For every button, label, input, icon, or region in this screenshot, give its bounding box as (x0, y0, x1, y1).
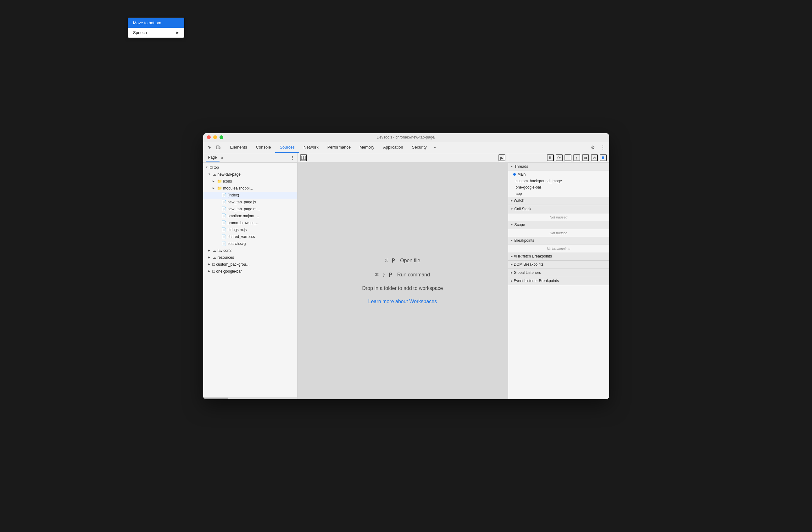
custom-bg-thread[interactable]: custom_background_image (508, 178, 609, 184)
tree-item-new-tab-js[interactable]: 📄 new_tab_page.js… (203, 199, 297, 206)
run-command-label: Run command (397, 272, 430, 278)
svg-rect-1 (219, 147, 220, 149)
watch-section: ▶ Watch (508, 197, 609, 205)
tree-item-index[interactable]: 📄 (index) (203, 192, 297, 199)
call-stack-status: Not paused (508, 213, 609, 221)
tree-item-resources[interactable]: ▶ ☁ resources (203, 254, 297, 261)
tree-item-modules[interactable]: ▶ 📁 modules/shoppi… (203, 185, 297, 192)
close-button[interactable] (207, 135, 211, 139)
watch-section-header[interactable]: ▶ Watch (508, 197, 609, 205)
app-thread[interactable]: app (508, 191, 609, 197)
page-tab[interactable]: Page (206, 154, 219, 162)
tree-arrow: ▶ (213, 187, 216, 190)
threads-section-header[interactable]: ▼ Threads (508, 163, 609, 171)
event-title: Event Listener Breakpoints (514, 279, 559, 283)
tree-item-new-tab-page[interactable]: ▼ ☁ new-tab-page (203, 171, 297, 178)
cursor-icon-button[interactable] (206, 143, 213, 151)
tree-item-promo[interactable]: 📄 promo_browser_… (203, 220, 297, 226)
play-button[interactable]: ▶ (498, 154, 505, 161)
file-tree: ▼ □ top ▼ ☁ new-tab-page ▶ 📁 icons (203, 163, 297, 397)
panel-dots-button[interactable]: ⋮ (290, 155, 295, 160)
tree-item-new-tab-m[interactable]: 📄 new_tab_page.m… (203, 206, 297, 212)
step-button[interactable]: ⇉ (582, 154, 589, 161)
tree-item-strings[interactable]: 📄 strings.m.js (203, 226, 297, 233)
tab-application[interactable]: Application (379, 142, 408, 153)
step-over-button[interactable]: ⟳ (556, 154, 563, 161)
tree-label: search.svg (228, 241, 246, 246)
event-section-header[interactable]: ▶ Event Listener Breakpoints (508, 277, 609, 285)
tab-network[interactable]: Network (299, 142, 323, 153)
global-arrow: ▶ (511, 271, 512, 274)
device-toolbar-button[interactable] (215, 143, 222, 151)
tree-arrow: ▶ (213, 180, 216, 183)
scope-section-header[interactable]: ▼ Scope (508, 221, 609, 229)
devtools-container: Elements Console Sources Network Perform… (203, 142, 609, 399)
call-stack-section-header[interactable]: ▼ Call Stack (508, 205, 609, 213)
cloud-icon: ☁ (213, 248, 216, 253)
xhr-section-header[interactable]: ▶ XHR/fetch Breakpoints (508, 252, 609, 261)
svg-rect-2 (301, 156, 303, 159)
dom-title: DOM Breakpoints (514, 262, 544, 267)
horizontal-scrollbar[interactable] (203, 397, 297, 399)
tree-item-top[interactable]: ▼ □ top (203, 164, 297, 171)
folder-icon: 📁 (217, 186, 222, 191)
tree-label: one-google-bar (216, 269, 242, 274)
tree-item-icons[interactable]: ▶ 📁 icons (203, 178, 297, 185)
settings-icon[interactable]: ⚙ (589, 143, 597, 151)
event-arrow: ▶ (511, 280, 512, 282)
more-options-icon[interactable]: ⋮ (599, 143, 607, 151)
tree-label: resources (218, 255, 234, 260)
tab-memory[interactable]: Memory (355, 142, 379, 153)
main-thread-item[interactable]: Main (508, 171, 609, 178)
breakpoints-section-header[interactable]: ▼ Breakpoints (508, 237, 609, 245)
pause-button[interactable]: ⏸ (547, 154, 554, 161)
dom-arrow: ▶ (511, 263, 512, 266)
traffic-lights (207, 135, 223, 139)
watch-title: Watch (514, 198, 525, 203)
pause-exceptions-button[interactable]: ⏸ (600, 154, 607, 161)
step-out-button[interactable]: ↑ (573, 154, 580, 161)
tree-item-shared-vars[interactable]: 📄 shared_vars.css (203, 233, 297, 240)
minimize-button[interactable] (213, 135, 217, 139)
tree-label: new_tab_page.m… (228, 207, 260, 211)
center-panel: ▶ ⌘ P Open file ⌘ ⇧ P Run command Drop i… (298, 153, 508, 399)
global-section-header[interactable]: ▶ Global Listeners (508, 269, 609, 277)
show-navigator-button[interactable] (300, 154, 307, 161)
css-file-icon: 📄 (221, 234, 227, 239)
folder-icon: 📁 (217, 179, 222, 183)
left-panel: Page » ⋮ ▼ □ top ▼ ☁ new-tab-page (203, 153, 298, 399)
tab-sources[interactable]: Sources (275, 142, 299, 153)
tree-item-custom-bg[interactable]: ▶ □ custom_backgrou… (203, 261, 297, 268)
dom-section-header[interactable]: ▶ DOM Breakpoints (508, 261, 609, 269)
spacer (217, 194, 220, 196)
tab-performance[interactable]: Performance (323, 142, 355, 153)
global-title: Global Listeners (514, 270, 541, 275)
tab-elements[interactable]: Elements (226, 142, 251, 153)
right-panel: ⏸ ⟳ ↓ ↑ ⇉ ⊘ ⏸ ▼ Threads Main (508, 153, 609, 399)
tree-item-omnibox[interactable]: 📄 omnibox.mojom-… (203, 212, 297, 220)
tab-security[interactable]: Security (408, 142, 431, 153)
tree-label: strings.m.js (228, 228, 247, 232)
run-command-shortcut: ⌘ ⇧ P Run command (375, 271, 430, 278)
deactivate-button[interactable]: ⊘ (591, 154, 598, 161)
tree-item-search-svg[interactable]: 📄 search.svg (203, 240, 297, 247)
js-file-icon: 📄 (221, 207, 227, 211)
xhr-title: XHR/fetch Breakpoints (514, 254, 552, 258)
tree-item-favicon2[interactable]: ▶ ☁ favicon2 (203, 247, 297, 254)
maximize-button[interactable] (219, 135, 223, 139)
step-into-button[interactable]: ↓ (565, 154, 571, 161)
tab-console[interactable]: Console (251, 142, 275, 153)
top-toolbar: Elements Console Sources Network Perform… (203, 142, 609, 153)
learn-more-link[interactable]: Learn more about Workspaces (368, 299, 437, 304)
one-google-bar-thread[interactable]: one-google-bar (508, 184, 609, 191)
tree-label: new_tab_page.js… (228, 200, 260, 204)
tab-more-button[interactable]: » (431, 145, 438, 150)
scrollbar-thumb[interactable] (203, 397, 228, 399)
tree-arrow: ▼ (206, 166, 209, 169)
main-thread-indicator (513, 173, 516, 176)
tree-item-one-google[interactable]: ▶ □ one-google-bar (203, 268, 297, 275)
center-toolbar-left (300, 154, 307, 161)
custom-bg-label: custom_background_image (516, 179, 562, 183)
panel-more-button[interactable]: » (221, 156, 223, 159)
js-file-icon: 📄 (221, 220, 227, 225)
